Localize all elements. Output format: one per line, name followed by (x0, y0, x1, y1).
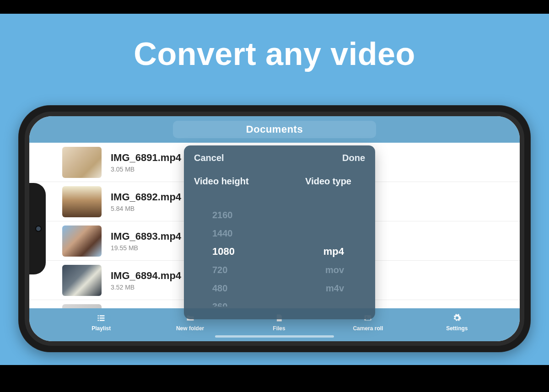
picker-option-height[interactable]: 720 (194, 261, 280, 279)
tab-playlist[interactable]: Playlist (57, 313, 145, 332)
svg-rect-1 (100, 315, 105, 317)
video-type-label: Video type (273, 176, 365, 187)
cancel-button[interactable]: Cancel (194, 153, 224, 163)
file-size: 3.05 MB (111, 166, 181, 173)
page-title: Documents (173, 121, 376, 138)
home-indicator[interactable] (215, 335, 334, 338)
picker-option-height[interactable]: 360 (194, 297, 280, 306)
convert-options-sheet: Cancel Done Video height Video type 2160… (184, 145, 375, 319)
file-size: 19.55 MB (111, 244, 181, 252)
device-notch (29, 183, 46, 274)
file-name: IMG_6893.mp4 (111, 231, 181, 242)
tab-label: New folder (176, 325, 204, 332)
video-height-label: Video height (194, 176, 273, 187)
video-thumbnail (62, 147, 102, 178)
svg-rect-0 (98, 315, 99, 317)
video-height-picker[interactable]: 216014401080720480360 (194, 197, 280, 306)
picker-option-type[interactable]: mp4 (280, 242, 365, 261)
done-button[interactable]: Done (342, 153, 365, 163)
marketing-headline: Convert any video (0, 36, 549, 72)
svg-rect-2 (98, 317, 99, 319)
navigation-bar: Documents (29, 116, 520, 143)
picker-option-type[interactable]: m4v (280, 279, 365, 297)
picker-option-height[interactable]: 480 (194, 279, 280, 297)
tab-label: Camera roll (353, 325, 383, 332)
tab-label: Playlist (92, 325, 111, 332)
file-size: 3.52 MB (111, 284, 181, 291)
app-store-screenshot: Convert any video Documents (0, 0, 549, 392)
video-thumbnail (62, 304, 102, 309)
hero-panel: Convert any video Documents (0, 14, 549, 365)
picker-option-height[interactable]: 1440 (194, 224, 280, 242)
picker-option-type[interactable]: mov (280, 261, 365, 279)
svg-rect-3 (100, 317, 105, 319)
tab-label: Settings (446, 325, 468, 332)
list-icon (96, 313, 106, 324)
gear-icon (452, 313, 462, 324)
file-name: IMG_6892.mp4 (111, 191, 181, 203)
picker-option-height[interactable]: 2160 (194, 206, 280, 224)
video-thumbnail (62, 265, 102, 296)
device-screen: Documents IMG_6891.mp4 3.05 MB (29, 116, 520, 341)
picker-option-height[interactable]: 1080 (194, 242, 280, 261)
video-type-picker[interactable]: mp4movm4v (280, 197, 365, 306)
tab-label: Files (273, 325, 285, 332)
video-thumbnail (62, 226, 102, 257)
file-name: IMG_6891.mp4 (111, 152, 181, 164)
video-thumbnail (62, 186, 102, 217)
phone-bezel: Documents IMG_6891.mp4 3.05 MB (25, 112, 524, 346)
svg-rect-4 (98, 320, 99, 321)
file-name: IMG_6894.mp4 (111, 270, 181, 282)
file-size: 5.84 MB (111, 205, 181, 212)
camera-dot (36, 226, 41, 231)
phone-frame: Documents IMG_6891.mp4 3.05 MB (18, 105, 531, 352)
tab-settings[interactable]: Settings (413, 313, 501, 332)
svg-rect-5 (100, 320, 105, 321)
